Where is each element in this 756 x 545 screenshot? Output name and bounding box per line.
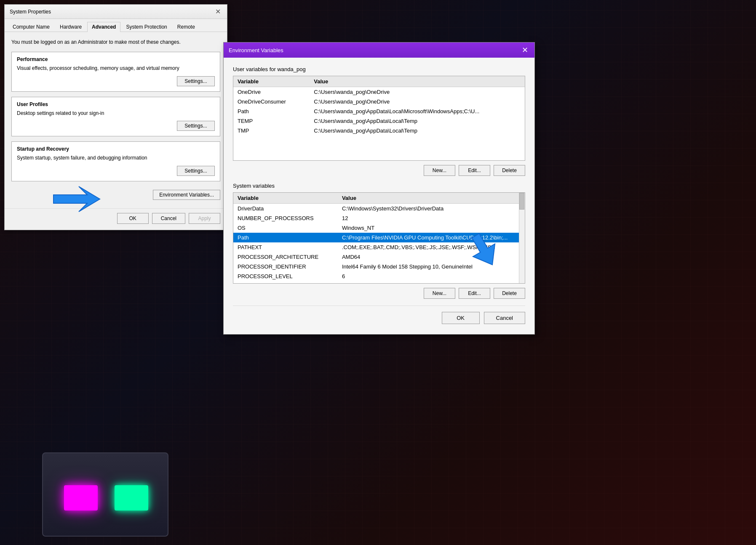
env-vars-content: User variables for wanda_pog Variable Va…	[224, 58, 534, 334]
sys-var-value: 12	[338, 213, 525, 223]
sys-var-value: C:\Program Files\NVIDIA GPU Computing To…	[338, 233, 525, 242]
user-vars-actions: New... Edit... Delete	[233, 165, 525, 176]
user-var-variable: TMP	[233, 126, 310, 136]
startup-recovery-section: Startup and Recovery System startup, sys…	[11, 141, 220, 181]
user-var-variable: Path	[233, 106, 310, 116]
user-vars-col-variable: Variable	[233, 76, 310, 87]
system-vars-scrollbar[interactable]	[519, 193, 525, 283]
user-var-variable: OneDrive	[233, 87, 310, 97]
sys-vars-col-variable: Variable	[233, 193, 338, 204]
sys-var-value: AMD64	[338, 252, 525, 262]
startup-recovery-desc: System startup, system failure, and debu…	[17, 154, 215, 162]
sys-var-variable: PROCESSOR_ARCHITECTURE	[233, 252, 338, 262]
user-vars-delete-button[interactable]: Delete	[494, 165, 525, 176]
system-vars-table-container: Variable Value DriverDataC:\Windows\Syst…	[233, 192, 525, 284]
sys-var-row[interactable]: PROCESSOR_LEVEL6	[233, 271, 525, 281]
env-vars-close-button[interactable]: ✕	[520, 45, 529, 55]
user-profiles-title: User Profiles	[17, 101, 215, 107]
sys-vars-new-button[interactable]: New...	[424, 288, 455, 299]
sys-var-variable: NUMBER_OF_PROCESSORS	[233, 213, 338, 223]
sys-vars-delete-button[interactable]: Delete	[494, 288, 525, 299]
system-vars-table-wrapper[interactable]: Variable Value DriverDataC:\Windows\Syst…	[233, 193, 525, 283]
environment-variables-button[interactable]: Environment Variables...	[153, 190, 220, 200]
tab-computer-name[interactable]: Computer Name	[8, 22, 54, 32]
user-var-row[interactable]: OneDriveConsumerC:\Users\wanda_pog\OneDr…	[233, 97, 525, 106]
sys-var-value: .COM;.EXE;.BAT;.CMD;.VBS;.VBE;.JS;.JSE;.…	[338, 242, 525, 252]
sys-var-value: Windows_NT	[338, 223, 525, 233]
sys-var-row[interactable]: OSWindows_NT	[233, 223, 525, 233]
user-var-value: C:\Users\wanda_pog\AppData\Local\Temp	[310, 126, 525, 136]
user-vars-col-value: Value	[310, 76, 525, 87]
user-vars-table: Variable Value OneDriveC:\Users\wanda_po…	[233, 76, 525, 136]
user-profiles-section: User Profiles Desktop settings related t…	[11, 97, 220, 137]
sys-var-row[interactable]: PROCESSOR_IDENTIFIERIntel64 Family 6 Mod…	[233, 262, 525, 271]
user-var-value: C:\Users\wanda_pog\AppData\Local\Microso…	[310, 106, 525, 116]
system-props-ok-button[interactable]: OK	[117, 213, 149, 224]
system-props-cancel-button[interactable]: Cancel	[152, 213, 185, 224]
user-var-row[interactable]: TMPC:\Users\wanda_pog\AppData\Local\Temp	[233, 126, 525, 136]
sys-var-variable: PROCESSOR_IDENTIFIER	[233, 262, 338, 271]
system-props-title: System Properties	[10, 9, 51, 15]
user-var-value: C:\Users\wanda_pog\OneDrive	[310, 97, 525, 106]
performance-title: Performance	[17, 56, 215, 62]
sys-var-row[interactable]: PathC:\Program Files\NVIDIA GPU Computin…	[233, 233, 525, 242]
sys-var-row[interactable]: NUMBER_OF_PROCESSORS12	[233, 213, 525, 223]
system-vars-actions: New... Edit... Delete	[233, 288, 525, 299]
user-profiles-settings-button[interactable]: Settings...	[177, 121, 215, 131]
sys-var-value: 6	[338, 271, 525, 281]
blue-arrow-annotation	[49, 182, 104, 217]
sys-var-row[interactable]: PROCESSOR_ARCHITECTUREAMD64	[233, 252, 525, 262]
user-var-row[interactable]: PathC:\Users\wanda_pog\AppData\Local\Mic…	[233, 106, 525, 116]
performance-desc: Visual effects, processor scheduling, me…	[17, 65, 215, 72]
user-var-row[interactable]: OneDriveC:\Users\wanda_pog\OneDrive	[233, 87, 525, 97]
system-properties-dialog: System Properties ✕ Computer Name Hardwa…	[4, 4, 227, 230]
sys-var-variable: Path	[233, 233, 338, 242]
robot-body	[42, 452, 168, 537]
scrollbar-thumb[interactable]	[519, 193, 524, 210]
startup-recovery-settings-button[interactable]: Settings...	[177, 166, 215, 176]
svg-marker-0	[53, 186, 100, 212]
env-vars-titlebar: Environment Variables ✕	[224, 43, 534, 58]
sys-var-row[interactable]: PATHEXT.COM;.EXE;.BAT;.CMD;.VBS;.VBE;.JS…	[233, 242, 525, 252]
env-vars-footer: OK Cancel	[233, 306, 525, 326]
user-vars-table-wrapper[interactable]: Variable Value OneDriveC:\Users\wanda_po…	[233, 76, 525, 160]
sys-var-value: Intel64 Family 6 Model 158 Stepping 10, …	[338, 262, 525, 271]
system-props-close-button[interactable]: ✕	[214, 8, 222, 16]
system-props-apply-button[interactable]: Apply	[189, 213, 220, 224]
bottom-actions: Environment Variables...	[11, 186, 220, 202]
environment-variables-dialog: Environment Variables ✕ User variables f…	[223, 42, 535, 335]
sys-var-row[interactable]: DriverDataC:\Windows\System32\Drivers\Dr…	[233, 204, 525, 214]
user-var-row[interactable]: TEMPC:\Users\wanda_pog\AppData\Local\Tem…	[233, 116, 525, 126]
sys-var-variable: OS	[233, 223, 338, 233]
performance-settings-button[interactable]: Settings...	[177, 76, 215, 86]
user-profiles-desc: Desktop settings related to your sign-in	[17, 110, 215, 117]
user-vars-table-container: Variable Value OneDriveC:\Users\wanda_po…	[233, 76, 525, 161]
startup-recovery-title: Startup and Recovery	[17, 146, 215, 152]
user-vars-label: User variables for wanda_pog	[233, 66, 525, 72]
sys-var-variable: PROCESSOR_LEVEL	[233, 271, 338, 281]
tab-hardware[interactable]: Hardware	[55, 22, 86, 32]
user-var-value: C:\Users\wanda_pog\AppData\Local\Temp	[310, 116, 525, 126]
tab-remote[interactable]: Remote	[173, 22, 200, 32]
env-vars-title: Environment Variables	[229, 47, 283, 53]
tab-advanced[interactable]: Advanced	[87, 22, 120, 32]
sys-vars-col-value: Value	[338, 193, 525, 204]
user-var-variable: OneDriveConsumer	[233, 97, 310, 106]
robot-screen-left	[64, 485, 98, 510]
env-vars-ok-button[interactable]: OK	[442, 312, 480, 324]
env-vars-cancel-button[interactable]: Cancel	[484, 312, 525, 324]
admin-note: You must be logged on as an Administrato…	[11, 39, 220, 46]
user-var-value: C:\Users\wanda_pog\OneDrive	[310, 87, 525, 97]
system-vars-arrow-container: Variable Value DriverDataC:\Windows\Syst…	[233, 192, 525, 284]
user-vars-new-button[interactable]: New...	[424, 165, 455, 176]
system-vars-label: System variables	[233, 183, 525, 189]
sys-vars-edit-button[interactable]: Edit...	[459, 288, 490, 299]
system-vars-table: Variable Value DriverDataC:\Windows\Syst…	[233, 193, 525, 281]
robot-decoration	[0, 377, 223, 545]
user-var-variable: TEMP	[233, 116, 310, 126]
system-props-tabs: Computer Name Hardware Advanced System P…	[5, 19, 227, 32]
tab-system-protection[interactable]: System Protection	[121, 22, 171, 32]
sys-var-value: C:\Windows\System32\Drivers\DriverData	[338, 204, 525, 214]
user-vars-edit-button[interactable]: Edit...	[459, 165, 490, 176]
robot-screen-right	[115, 485, 148, 510]
